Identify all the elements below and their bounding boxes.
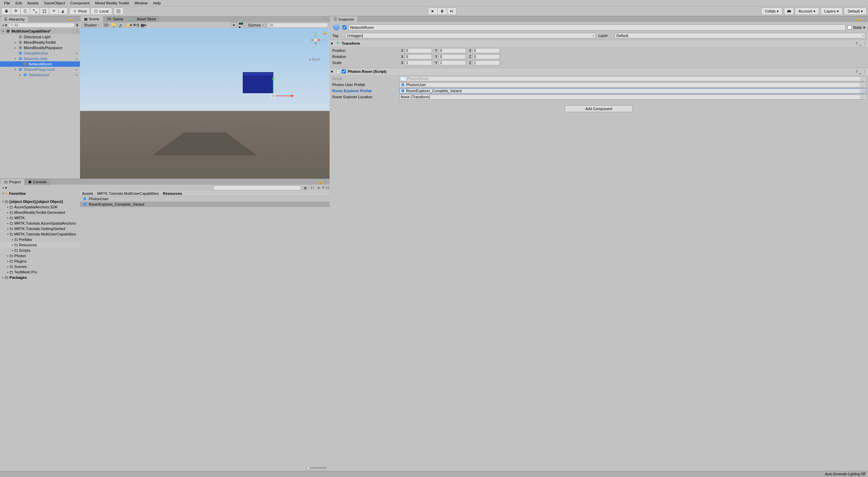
grid-snap[interactable] xyxy=(114,7,123,15)
project-tree-item[interactable]: ▸🗀 MixedRealityToolkit.Generated xyxy=(0,210,80,215)
assets-root[interactable]: ▾🗀 [object Object],[object Object] xyxy=(0,199,80,204)
photon-enabled-checkbox[interactable] xyxy=(342,69,346,74)
rect-tool[interactable] xyxy=(39,7,49,15)
gizmos-dropdown[interactable]: Gizmos xyxy=(246,22,266,28)
account-dropdown[interactable]: Account▾ xyxy=(795,7,819,15)
project-lock-icon[interactable]: 🔓 xyxy=(318,180,323,184)
menu-mrtk[interactable]: Mixed Reality Toolkit xyxy=(92,1,132,5)
component-context-icon[interactable] xyxy=(863,69,867,74)
hierarchy-lock-icon[interactable]: 🔓 xyxy=(68,17,73,22)
scene-tab[interactable]: ▦Scene xyxy=(81,16,103,22)
hierarchy-scene-row[interactable]: ▾ MultiUserCapabilities* xyxy=(0,28,80,34)
menu-window[interactable]: Window xyxy=(132,1,150,5)
project-tree-item[interactable]: ▸🗀 Scripts xyxy=(0,248,80,253)
component-context-icon[interactable] xyxy=(863,41,867,46)
foldout-icon[interactable]: ▾ xyxy=(14,68,17,71)
project-favorite-icon[interactable]: ★ xyxy=(316,185,321,190)
help-icon[interactable]: ? xyxy=(855,69,858,74)
project-tree-item[interactable]: ▸🗀 MRTK.Tutorials.GettingStarted xyxy=(0,226,80,231)
fx-toggle[interactable]: ✨▾ xyxy=(125,22,132,28)
foldout-icon[interactable]: ▸ xyxy=(6,222,9,225)
play-button[interactable] xyxy=(428,7,437,15)
project-tree-item[interactable]: ▸🗀 Photon xyxy=(0,253,80,258)
camera-settings[interactable]: 📷▾ xyxy=(238,22,244,28)
hierarchy-item[interactable]: ▸ MixedRealityPlayspace xyxy=(0,45,80,50)
user-prefab-field[interactable]: PhotonUser⊙ xyxy=(399,82,866,87)
scene-context-icon[interactable] xyxy=(323,17,328,21)
hierarchy-tab[interactable]: ☰ Hierarchy xyxy=(1,16,28,22)
project-tree-item[interactable]: ▸🗀 Plugins xyxy=(0,258,80,264)
foldout-icon[interactable]: ▸ xyxy=(11,238,14,241)
rotate-tool[interactable] xyxy=(20,7,30,15)
hierarchy-item[interactable]: ▾ SharedPlayground xyxy=(0,67,80,72)
gameobject-name-input[interactable] xyxy=(349,24,846,30)
lighting-toggle[interactable]: 💡 xyxy=(111,22,117,28)
menu-file[interactable]: File xyxy=(1,1,13,5)
hierarchy-search-input[interactable] xyxy=(14,23,73,27)
project-tree-item[interactable]: ▸🗀 TextMesh Pro xyxy=(0,269,80,275)
collab-dropdown[interactable]: Collab▾ xyxy=(761,7,783,15)
inspector-lock-icon[interactable]: 🔓 xyxy=(856,17,861,22)
project-context-icon[interactable] xyxy=(323,180,328,184)
menu-help[interactable]: Help xyxy=(151,1,164,5)
hand-tool[interactable] xyxy=(1,7,11,15)
foldout-icon[interactable]: ▸ xyxy=(6,205,9,209)
gameobject-active-checkbox[interactable] xyxy=(342,25,347,29)
pause-button[interactable] xyxy=(437,7,447,15)
rotation-z[interactable] xyxy=(473,54,500,59)
scene-view[interactable]: 🔓 y x xyxy=(80,28,330,179)
hierarchy-context-icon[interactable] xyxy=(74,17,79,22)
foldout-icon[interactable]: ▸ xyxy=(6,260,9,263)
scale-y[interactable] xyxy=(439,60,466,65)
layers-dropdown[interactable]: Layers▾ xyxy=(821,7,843,15)
breadcrumb-item[interactable]: MRTK.Tutorials.MultiUserCapabilities xyxy=(97,191,159,195)
menu-component[interactable]: Component xyxy=(67,1,92,5)
scene-back-button[interactable]: ◂ Back xyxy=(309,57,320,62)
position-y[interactable] xyxy=(439,48,466,53)
foldout-icon[interactable]: ▸ xyxy=(6,227,9,230)
hidden-count[interactable]: 👁0 xyxy=(133,22,139,28)
foldout-icon[interactable]: ▸ xyxy=(6,265,9,268)
menu-gameobject[interactable]: GameObject xyxy=(41,1,68,5)
transform-foldout[interactable]: ▾ xyxy=(331,41,334,46)
foldout-icon[interactable]: ▸ xyxy=(11,243,14,247)
project-tree-item[interactable]: ▸🗀 MRTK xyxy=(0,215,80,221)
menu-assets[interactable]: Assets xyxy=(25,1,41,5)
pivot-toggle[interactable]: Pivot xyxy=(69,7,90,15)
favorites-row[interactable]: ▾★ Favorites xyxy=(0,191,80,196)
project-tab[interactable]: 🗀Project xyxy=(1,179,24,185)
asset-row[interactable]: PhotonUser xyxy=(80,196,330,202)
project-zoom-slider[interactable] xyxy=(307,467,327,469)
project-search-input[interactable] xyxy=(213,185,301,190)
layout-dropdown[interactable]: Default▾ xyxy=(844,7,867,15)
transform-tool[interactable] xyxy=(49,7,58,15)
project-tree-item[interactable]: ▸🗀 AzureSpatialAnchors.SDK xyxy=(0,204,80,210)
layer-dropdown[interactable]: Default xyxy=(615,33,865,38)
console-tab[interactable]: ▣Console xyxy=(25,179,50,185)
photon-foldout[interactable]: ▾ xyxy=(331,69,334,74)
foldout-icon[interactable]: ▸ xyxy=(14,41,17,44)
object-picker-icon[interactable]: ⊙ xyxy=(860,95,865,99)
project-tree-item[interactable]: ▸🗀 Scenes xyxy=(0,264,80,269)
rover-prefab-field[interactable]: RoverExplorer_Complete_Variant⊙ xyxy=(399,88,866,94)
hierarchy-item[interactable]: ▾ NetworkLobby xyxy=(0,56,80,61)
prefab-open-icon[interactable] xyxy=(76,57,78,61)
breadcrumb-item[interactable]: Resources xyxy=(163,191,182,195)
rover-loc-field[interactable]: None (Transform)⊙ xyxy=(399,95,866,100)
scene-search-input[interactable] xyxy=(267,23,328,28)
tag-dropdown[interactable]: Untagged xyxy=(345,33,596,38)
scale-x[interactable] xyxy=(405,60,432,65)
asset-store-tab[interactable]: 🛒Asset Store xyxy=(127,16,159,22)
move-tool[interactable] xyxy=(11,7,20,15)
2d-toggle[interactable]: 2D xyxy=(103,22,109,28)
prefab-open-icon[interactable] xyxy=(76,51,78,56)
project-create-dropdown[interactable]: ＋▾ xyxy=(1,185,7,190)
hierarchy-search[interactable] xyxy=(8,23,75,28)
hierarchy-item[interactable]: DebugWindow xyxy=(0,50,80,56)
hierarchy-item[interactable]: ▸ TableAnchor xyxy=(0,72,80,78)
preset-icon[interactable]: ⎯ xyxy=(859,69,862,74)
scene-context-icon[interactable] xyxy=(75,29,79,34)
prefab-open-icon[interactable] xyxy=(76,73,78,77)
cloud-button[interactable] xyxy=(784,7,793,15)
prefab-open-icon[interactable] xyxy=(76,67,78,72)
